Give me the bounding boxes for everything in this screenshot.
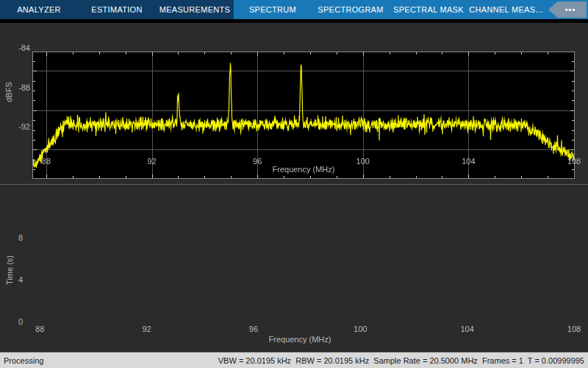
contextual-tab-group: SPECTRUMSPECTROGRAMSPECTRAL MASKCHANNEL … (234, 0, 545, 19)
spectrogram-x-tick-label: 88 (35, 325, 44, 333)
spectrogram-panel: └-94 dBFS└-93 dBFS└-92 dBFS└-91 dBFS└-90… (0, 185, 588, 352)
tab-measurements[interactable]: MEASUREMENTS (156, 0, 234, 19)
spectrum-analyzer-window: ANALYZERESTIMATIONMEASUREMENTS SPECTRUMS… (0, 0, 588, 368)
spectrogram-y-tick-label: 4 (18, 275, 23, 284)
ellipsis-icon: ••• (559, 5, 576, 14)
spectrogram-x-tick-label: 100 (354, 325, 367, 333)
spectrogram-x-axis-label: Frequency (MHz) (269, 335, 331, 344)
tab-spectrogram[interactable]: SPECTROGRAM (312, 0, 390, 19)
tab-spectral-mask[interactable]: SPECTRAL MASK (390, 0, 467, 19)
spectrogram-y-tick-label: 0 (18, 317, 23, 326)
spectrum-x-tick-label: 88 (42, 157, 51, 166)
spectrogram-x-tick-label: 92 (142, 325, 151, 333)
status-message: Processing (4, 356, 43, 365)
spectrum-x-axis-label: Frequency (MHz) (273, 165, 335, 174)
spectrum-y-tick-label: -88 (18, 83, 30, 92)
spectrum-x-tick-label: 108 (567, 157, 581, 166)
spectrogram-y-tick-label: 8 (18, 233, 23, 242)
spectrum-x-tick-label: 92 (147, 157, 156, 166)
spectrum-panel (0, 23, 588, 184)
spectrum-trace-canvas[interactable] (33, 52, 574, 178)
spectrum-y-axis-label: dBFS (4, 82, 13, 102)
spectrogram-x-tick-label: 104 (460, 325, 473, 333)
spectrum-y-tick-label: -84 (18, 43, 30, 52)
spectrum-x-tick-label: 96 (253, 157, 262, 166)
spectrum-y-tick-label: -92 (18, 122, 30, 131)
toolstrip-tabbar: ANALYZERESTIMATIONMEASUREMENTS SPECTRUMS… (0, 0, 588, 19)
main-tab-group: ANALYZERESTIMATIONMEASUREMENTS (0, 0, 234, 19)
spectrogram-y-axis-label: Time (s) (5, 255, 14, 285)
status-measurements: VBW = 20.0195 kHz RBW = 20.0195 kHz Samp… (218, 356, 584, 365)
tab-channel-measurements[interactable]: CHANNEL MEAS… (467, 0, 545, 19)
spectrum-x-tick-label: 104 (462, 157, 475, 166)
spectrogram-x-tick-label: 96 (249, 325, 258, 333)
spectrum-plot-area[interactable] (32, 52, 575, 179)
tab-estimation[interactable]: ESTIMATION (78, 0, 156, 19)
tab-analyzer[interactable]: ANALYZER (0, 0, 78, 19)
status-bar: Processing VBW = 20.0195 kHz RBW = 20.01… (0, 352, 588, 368)
tab-spectrum[interactable]: SPECTRUM (234, 0, 312, 19)
spectrum-x-tick-label: 100 (356, 157, 370, 166)
spectrogram-x-tick-label: 108 (567, 325, 581, 333)
